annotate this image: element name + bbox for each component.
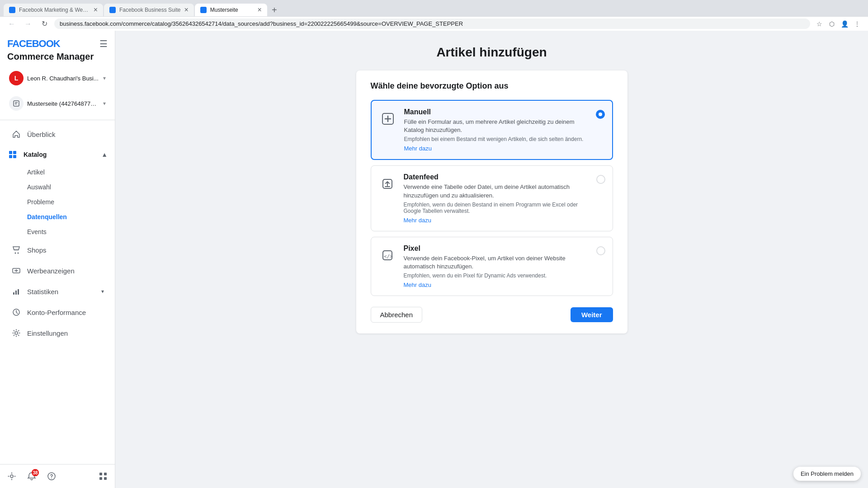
- option-datenfeed[interactable]: Datenfeed Verwende eine Tabelle oder Dat…: [371, 165, 613, 231]
- notifications-bottom-icon[interactable]: 38: [24, 468, 40, 484]
- option-pixel[interactable]: </> Pixel Verwende dein Facebook-Pixel, …: [371, 237, 613, 296]
- back-button[interactable]: ←: [5, 18, 18, 30]
- cancel-button[interactable]: Abbrechen: [371, 307, 423, 323]
- hamburger-menu[interactable]: ☰: [99, 38, 108, 49]
- svg-rect-18: [99, 473, 102, 475]
- svg-point-17: [51, 478, 52, 479]
- tab-favicon-2: [109, 7, 116, 13]
- datenfeed-more-link[interactable]: Mehr dazu: [404, 217, 431, 224]
- pixel-more-link[interactable]: Mehr dazu: [404, 282, 431, 288]
- extension-icon[interactable]: ⬡: [826, 19, 837, 29]
- sidebar-item-datenquellen[interactable]: Datenquellen: [4, 210, 111, 224]
- datenfeed-title: Datenfeed: [404, 173, 589, 181]
- card-subtitle: Wähle deine bevorzugte Option aus: [371, 81, 613, 91]
- datenfeed-description: Verwende eine Tabelle oder Datei, um dei…: [404, 183, 589, 199]
- home-icon: [11, 129, 22, 140]
- svg-rect-21: [104, 477, 107, 480]
- forward-button[interactable]: →: [22, 18, 34, 30]
- katalog-chevron-icon: ▲: [101, 151, 108, 158]
- sidebar-title: Commerce Manager: [7, 52, 108, 62]
- menu-icon[interactable]: ⋮: [852, 19, 863, 29]
- sidebar-item-shops[interactable]: Shops: [4, 240, 111, 260]
- account-selector[interactable]: L Leon R. Chaudhari's Busi... ▾: [4, 67, 111, 89]
- page-name: Musterseite (442764877401...: [27, 100, 99, 107]
- tab-close-3[interactable]: ×: [257, 6, 261, 14]
- help-bottom-icon[interactable]: [43, 468, 60, 484]
- sidebar-item-probleme[interactable]: Probleme: [4, 195, 111, 209]
- sidebar-bottom: 38: [0, 464, 115, 488]
- stats-icon: [11, 286, 22, 297]
- sidebar-item-konto-performance[interactable]: Konto-Performance: [4, 302, 111, 322]
- report-problem-button[interactable]: Ein Problem melden: [793, 467, 861, 481]
- svg-rect-0: [14, 101, 19, 106]
- manuell-title: Manuell: [404, 108, 589, 116]
- reload-button[interactable]: ↻: [38, 18, 51, 30]
- pixel-content: Pixel Verwende dein Facebook-Pixel, um A…: [404, 244, 589, 288]
- svg-rect-20: [99, 477, 102, 480]
- page-selector[interactable]: Musterseite (442764877401... ▾: [4, 93, 111, 114]
- manuell-recommend: Empfohlen bei einem Bestand mit wenigen …: [404, 136, 589, 142]
- tab-close-1[interactable]: ×: [94, 6, 98, 14]
- tab-3[interactable]: Musterseite ×: [195, 4, 267, 16]
- sidebar-item-statistiken[interactable]: Statistiken ▾: [4, 282, 111, 301]
- datenfeed-icon: [378, 175, 396, 193]
- tab-favicon-1: [9, 7, 15, 13]
- svg-point-15: [10, 475, 13, 478]
- svg-text:</>: </>: [384, 253, 393, 259]
- pixel-radio[interactable]: [596, 246, 605, 255]
- pixel-recommend: Empfohlen, wenn du ein Pixel für Dynamic…: [404, 272, 589, 279]
- manuell-more-link[interactable]: Mehr dazu: [404, 145, 432, 152]
- option-manuell[interactable]: Manuell Fülle ein Formular aus, um mehre…: [371, 100, 613, 160]
- settings-bottom-icon[interactable]: [4, 468, 20, 484]
- option-card-container: Wähle deine bevorzugte Option aus Manuel…: [356, 70, 627, 333]
- datenfeed-recommend: Empfohlen, wenn du deinen Bestand in ein…: [404, 202, 589, 214]
- sidebar-item-artikel[interactable]: Artikel: [4, 165, 111, 179]
- account-icon[interactable]: 👤: [839, 19, 850, 29]
- svg-rect-12: [18, 289, 19, 295]
- manuell-icon: [379, 110, 397, 128]
- tab-1[interactable]: Facebook Marketing & Werb... ×: [4, 4, 103, 16]
- tab-favicon-3: [200, 7, 207, 13]
- card-actions: Abbrechen Weiter: [371, 307, 613, 323]
- svg-rect-10: [13, 292, 14, 295]
- sidebar-item-auswahl[interactable]: Auswahl: [4, 180, 111, 194]
- pixel-description: Verwende dein Facebook-Pixel, um Artikel…: [404, 254, 589, 271]
- page-chevron-icon: ▾: [103, 100, 106, 107]
- star-icon[interactable]: ☆: [814, 19, 825, 29]
- sidebar: FACEBOOK ☰ Commerce Manager L Leon R. Ch…: [0, 31, 115, 488]
- artikel-label: Artikel: [27, 169, 45, 176]
- sidebar-item-werbeanzeigen[interactable]: Werbeanzeigen: [4, 261, 111, 281]
- manuell-description: Fülle ein Formular aus, um mehrere Artik…: [404, 118, 589, 134]
- tab-2[interactable]: Facebook Business Suite ×: [104, 4, 194, 16]
- svg-rect-5: [9, 155, 12, 158]
- tab-label-3: Musterseite: [210, 7, 254, 13]
- tab-close-2[interactable]: ×: [184, 6, 188, 14]
- address-bar[interactable]: business.facebook.com/commerce/catalog/3…: [54, 19, 810, 29]
- katalog-group-header[interactable]: Katalog ▲: [4, 145, 111, 164]
- account-chevron-icon: ▾: [103, 75, 106, 81]
- sidebar-item-einstellungen[interactable]: Einstellungen: [4, 323, 111, 343]
- manuell-content: Manuell Fülle ein Formular aus, um mehre…: [404, 108, 589, 152]
- datenfeed-radio[interactable]: [596, 175, 605, 184]
- svg-rect-11: [15, 291, 17, 295]
- manuell-radio[interactable]: [596, 110, 605, 119]
- notification-badge: 38: [32, 469, 39, 476]
- tab-label-2: Facebook Business Suite: [119, 7, 180, 13]
- sidebar-item-label-statistiken: Statistiken: [27, 288, 58, 296]
- sidebar-header: FACEBOOK ☰ Commerce Manager: [0, 31, 115, 66]
- grid-bottom-icon[interactable]: [95, 468, 111, 484]
- svg-rect-19: [104, 473, 107, 475]
- sidebar-divider-1: [0, 120, 115, 120]
- sidebar-item-overview[interactable]: Überblick: [4, 124, 111, 144]
- page-title: Artikel hinzufügen: [130, 45, 854, 60]
- nav-group-katalog: Katalog ▲ Artikel Auswahl Probleme Daten…: [4, 145, 111, 239]
- new-tab-button[interactable]: +: [268, 4, 281, 16]
- datenquellen-label: Datenquellen: [27, 213, 67, 221]
- auswahl-label: Auswahl: [27, 183, 51, 191]
- sidebar-item-events[interactable]: Events: [4, 225, 111, 239]
- facebook-logo: FACEBOOK: [7, 38, 60, 50]
- sidebar-item-label-shops: Shops: [27, 246, 47, 254]
- settings-icon: [11, 328, 22, 338]
- next-button[interactable]: Weiter: [571, 307, 613, 322]
- ads-icon: [11, 265, 22, 276]
